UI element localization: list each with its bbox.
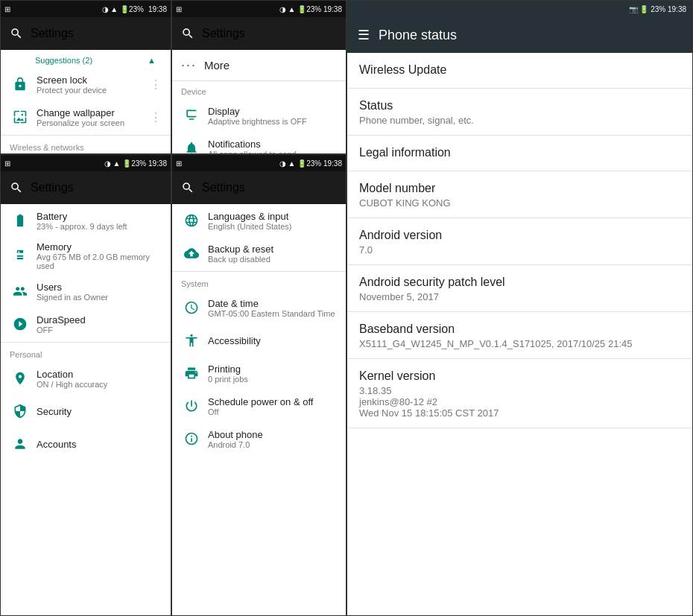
duraspeed-subtitle: OFF	[37, 326, 162, 334]
printing-title: Printing	[208, 363, 337, 375]
hamburger-icon[interactable]: ☰	[358, 27, 370, 43]
location-text: Location ON / High accuracy	[37, 369, 162, 389]
model-title: Model number	[359, 182, 680, 195]
model-section[interactable]: Model number CUBOT KING KONG	[347, 171, 692, 218]
search-icon-5[interactable]	[180, 180, 196, 196]
kernel-title: Kernel version	[359, 369, 680, 383]
android-version-section[interactable]: Android version 7.0	[347, 218, 692, 265]
memory-title: Memory	[37, 241, 162, 253]
location-title: Location	[37, 369, 162, 380]
baseband-title: Baseband version	[359, 323, 680, 336]
accounts-item[interactable]: Accounts	[1, 428, 171, 460]
battery-item[interactable]: Battery 23% - approx. 9 days left	[1, 204, 171, 237]
users-item[interactable]: Users Signed in as Owner	[1, 275, 171, 308]
notif-text: Notifications All apps allowed to send	[208, 139, 337, 154]
settings-list-4: Battery 23% - approx. 9 days left Memory…	[1, 204, 171, 615]
settings-list-2: Display Adaptive brightness is OFF Notif…	[172, 99, 346, 153]
accessibility-item[interactable]: Accessibility	[172, 324, 346, 357]
search-icon-4[interactable]	[8, 180, 25, 196]
status-section[interactable]: Status Phone number, signal, etc.	[347, 89, 692, 136]
duraspeed-item[interactable]: DuraSpeed OFF	[1, 308, 171, 340]
model-subtitle: CUBOT KING KONG	[359, 197, 680, 209]
search-icon-2[interactable]	[180, 25, 196, 42]
language-subtitle: English (United States)	[208, 222, 337, 231]
schedule-subtitle: Off	[208, 407, 337, 416]
datetime-icon	[181, 297, 202, 318]
printing-text: Printing 0 print jobs	[208, 363, 337, 384]
sb1-app-icon: ⊞	[4, 5, 10, 13]
phone-status-app-bar: ☰ Phone status	[347, 17, 692, 53]
display-item[interactable]: Display Adaptive brightness is OFF	[172, 99, 346, 132]
schedule-item[interactable]: Schedule power on & off Off	[172, 390, 346, 422]
battery-title: Battery	[37, 211, 162, 222]
security-item[interactable]: Security	[1, 395, 171, 428]
legal-section[interactable]: Legal information	[347, 136, 692, 171]
wallpaper-item[interactable]: Change wallpaper Personalize your screen…	[1, 101, 171, 133]
divider-4	[1, 342, 171, 343]
wireless-update-title: Wireless Update	[359, 63, 680, 77]
sb1-icons: ◑ ▲ 🔋23%	[102, 5, 144, 13]
collapse-icon[interactable]: ▲	[148, 56, 156, 65]
phone-status-content: Wireless Update Status Phone number, sig…	[347, 53, 692, 615]
wallpaper-more[interactable]: ⋮	[150, 110, 162, 124]
panel1-title: Settings	[31, 27, 163, 40]
backup-item[interactable]: Backup & reset Back up disabled	[172, 237, 346, 270]
notif-subtitle: All apps allowed to send	[208, 150, 337, 154]
wallpaper-subtitle: Personalize your screen	[37, 118, 150, 127]
panel-top-left: ⊞ ◑ ▲ 🔋23% 19:38 Settings Suggestions (2…	[0, 0, 171, 154]
backup-text: Backup & reset Back up disabled	[208, 244, 337, 264]
security-text: Security	[37, 406, 162, 417]
more-dots-icon: ···	[181, 57, 197, 73]
screen-lock-text: Screen lock Protect your device	[37, 74, 150, 95]
printing-item[interactable]: Printing 0 print jobs	[172, 357, 346, 390]
printing-icon	[181, 363, 202, 384]
screen-lock-subtitle: Protect your device	[37, 86, 150, 95]
security-patch-value: November 5, 2017	[359, 291, 680, 302]
legal-title: Legal information	[359, 146, 680, 159]
baseband-section[interactable]: Baseband version X5111_G4_W1245_N_MP_V0.…	[347, 312, 692, 359]
display-title: Display	[208, 106, 337, 117]
battery-subtitle: 23% - approx. 9 days left	[37, 222, 162, 231]
app-bar-1: Settings	[1, 17, 171, 50]
more-label: More	[204, 59, 230, 72]
datetime-item[interactable]: Date & time GMT-05:00 Eastern Standard T…	[172, 291, 346, 324]
status-bar-5: ⊞ ◑ ▲ 🔋23% 19:38	[172, 155, 346, 171]
wireless-update-section[interactable]: Wireless Update	[347, 53, 692, 89]
app-bar-4: Settings	[1, 171, 171, 204]
kernel-value: 3.18.35 jenkins@80-12 #2 Wed Nov 15 18:1…	[359, 385, 680, 419]
status-bar-right: 📷 🔋 23% 19:38	[347, 1, 692, 17]
device-header: Device	[172, 81, 346, 99]
sb2-right: ◑ ▲ 🔋23% 19:38	[279, 5, 342, 13]
search-icon-1[interactable]	[8, 25, 25, 42]
memory-text: Memory Avg 675 MB of 2.0 GB memory used	[37, 241, 162, 270]
security-patch-section[interactable]: Android security patch level November 5,…	[347, 265, 692, 312]
display-subtitle: Adaptive brightness is OFF	[208, 117, 337, 126]
users-text: Users Signed in as Owner	[37, 282, 162, 302]
memory-item[interactable]: Memory Avg 675 MB of 2.0 GB memory used	[1, 237, 171, 275]
schedule-text: Schedule power on & off Off	[208, 396, 337, 416]
battery-icon	[10, 210, 31, 231]
notif-item[interactable]: Notifications All apps allowed to send	[172, 132, 346, 153]
panel-bottom-left: ⊞ ◑ ▲ 🔋23% 19:38 Settings Battery 23% - …	[0, 154, 171, 616]
panel-bottom-middle: ⊞ ◑ ▲ 🔋23% 19:38 Settings Languages & in…	[171, 154, 346, 616]
users-icon	[10, 281, 31, 302]
printing-subtitle: 0 print jobs	[208, 375, 337, 384]
system-header: System	[172, 273, 346, 291]
more-item[interactable]: ··· More	[172, 50, 346, 81]
app-bar-5: Settings	[172, 171, 346, 204]
wireless-header: Wireless & networks	[1, 137, 171, 153]
status-bar-4: ⊞ ◑ ▲ 🔋23% 19:38	[1, 155, 171, 171]
about-title: About phone	[208, 429, 337, 440]
screen-lock-more[interactable]: ⋮	[150, 77, 162, 92]
panel-top-middle: ⊞ ◑ ▲ 🔋23% 19:38 Settings ··· More Devic…	[171, 0, 346, 154]
wallpaper-text: Change wallpaper Personalize your screen	[37, 107, 150, 127]
kernel-section[interactable]: Kernel version 3.18.35 jenkins@80-12 #2 …	[347, 359, 692, 428]
about-item[interactable]: About phone Android 7.0	[172, 422, 346, 455]
lock-icon	[10, 74, 31, 95]
sb1-right: ◑ ▲ 🔋23% 19:38	[102, 5, 168, 13]
security-icon	[10, 401, 31, 422]
settings-list-1: Suggestions (2) ▲ Screen lock Protect yo…	[1, 50, 171, 153]
screen-lock-item[interactable]: Screen lock Protect your device ⋮	[1, 68, 171, 101]
language-item[interactable]: Languages & input English (United States…	[172, 204, 346, 237]
location-item[interactable]: Location ON / High accuracy	[1, 362, 171, 395]
